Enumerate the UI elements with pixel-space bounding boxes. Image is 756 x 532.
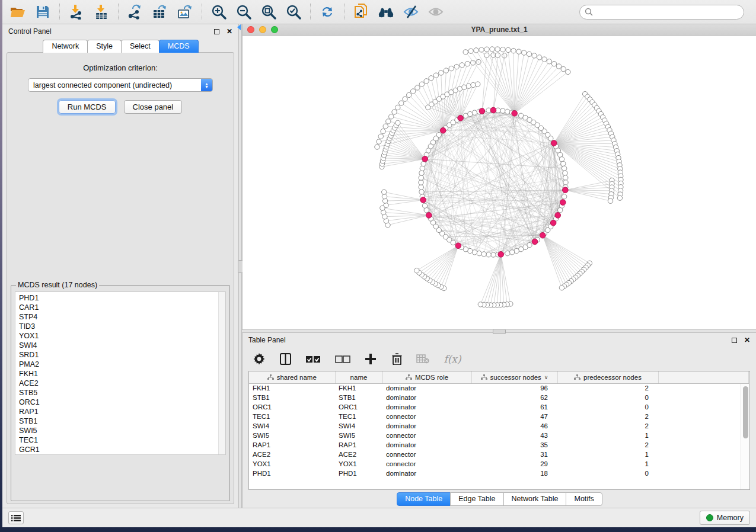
- tab-motifs[interactable]: Motifs: [566, 492, 602, 506]
- zoom-in-button[interactable]: [210, 4, 227, 20]
- horizontal-splitter[interactable]: [242, 329, 756, 333]
- mcds-result-item[interactable]: PHD1: [19, 293, 225, 303]
- close-panel-icon[interactable]: ✕: [227, 28, 232, 35]
- mcds-hub-node[interactable]: [426, 213, 432, 219]
- optimization-criterion-select[interactable]: largest connected component (undirected)…: [28, 78, 213, 92]
- window-minimize-button[interactable]: [259, 26, 266, 33]
- table-row[interactable]: SWI4SWI4dominator462: [249, 421, 748, 431]
- import-network-button[interactable]: [68, 4, 85, 20]
- mcds-hub-node[interactable]: [550, 220, 556, 226]
- add-row-button[interactable]: [363, 352, 378, 366]
- table-row[interactable]: ACE2ACE2connector311: [249, 450, 748, 459]
- mcds-hub-node[interactable]: [498, 252, 504, 258]
- float-panel-icon[interactable]: [214, 29, 219, 34]
- tab-style[interactable]: Style: [87, 40, 122, 53]
- mcds-list-scrollbar[interactable]: [218, 292, 225, 454]
- mcds-result-item[interactable]: TEC1: [19, 435, 225, 445]
- table-scrollbar-thumb[interactable]: [743, 386, 748, 438]
- table-row[interactable]: FKH1FKH1dominator962: [249, 383, 748, 393]
- mcds-hub-node[interactable]: [551, 140, 557, 146]
- tab-network[interactable]: Network: [43, 40, 88, 53]
- window-maximize-button[interactable]: [271, 26, 278, 33]
- zoom-selected-button[interactable]: [285, 4, 302, 20]
- save-session-button[interactable]: [34, 4, 51, 20]
- column-header-predecessor-nodes[interactable]: predecessor nodes: [557, 371, 658, 383]
- table-row[interactable]: RAP1RAP1dominator352: [249, 440, 748, 450]
- column-header-shared-name[interactable]: shared name: [249, 371, 335, 383]
- mcds-result-list[interactable]: PHD1CAR1STP4TID3YOX1SWI4SRD1PMA2FKH1ACE2…: [15, 291, 226, 455]
- export-image-button[interactable]: [177, 4, 193, 20]
- column-header-name[interactable]: name: [335, 371, 382, 383]
- mcds-result-item[interactable]: STB1: [19, 416, 225, 426]
- splitter-collapse-icon[interactable]: [237, 24, 241, 30]
- table-row[interactable]: SWI5SWI5connector431: [249, 431, 748, 440]
- mcds-result-item[interactable]: STB5: [19, 388, 225, 398]
- mcds-result-item[interactable]: SWI4: [19, 341, 225, 350]
- mcds-result-item[interactable]: GCR1: [19, 445, 225, 454]
- zoom-out-button[interactable]: [235, 4, 252, 20]
- mcds-result-item[interactable]: RAP1: [19, 407, 225, 416]
- deselect-all-button[interactable]: [334, 352, 352, 366]
- mcds-hub-node[interactable]: [555, 213, 561, 219]
- mcds-result-item[interactable]: TID3: [19, 322, 225, 331]
- mcds-hub-node[interactable]: [563, 187, 569, 193]
- mcds-hub-node[interactable]: [455, 243, 461, 249]
- mcds-hub-node[interactable]: [532, 239, 538, 245]
- select-all-button[interactable]: [304, 352, 322, 366]
- memory-button[interactable]: Memory: [700, 511, 750, 525]
- run-mcds-button[interactable]: Run MCDS: [59, 100, 116, 114]
- column-header-MCDS-role[interactable]: MCDS role: [382, 371, 471, 383]
- search-input[interactable]: [596, 6, 739, 18]
- tab-edge-table[interactable]: Edge Table: [450, 492, 503, 506]
- mcds-result-item[interactable]: FKH1: [19, 369, 225, 379]
- hide-selected-button[interactable]: [403, 4, 419, 20]
- network-window-titlebar[interactable]: YPA_prune.txt_1: [243, 24, 756, 36]
- table-row[interactable]: YOX1YOX1connector291: [249, 459, 748, 469]
- delete-rows-button[interactable]: [390, 352, 404, 366]
- mcds-result-item[interactable]: YOX1: [19, 331, 225, 341]
- mcds-result-item[interactable]: SWI5: [19, 426, 225, 435]
- float-panel-icon[interactable]: [732, 338, 737, 343]
- mcds-hub-node[interactable]: [479, 108, 485, 114]
- tab-network-table[interactable]: Network Table: [503, 492, 567, 506]
- mcds-result-item[interactable]: STP4: [19, 312, 225, 322]
- first-neighbors-button[interactable]: [378, 4, 394, 20]
- show-columns-button[interactable]: [278, 352, 292, 366]
- task-history-button[interactable]: [8, 511, 24, 524]
- import-table-button[interactable]: [93, 4, 110, 20]
- network-canvas[interactable]: [243, 36, 756, 329]
- delete-columns-button[interactable]: [416, 352, 430, 366]
- splitter-grab-handle[interactable]: [493, 329, 506, 334]
- apply-layout-button[interactable]: [319, 4, 336, 20]
- table-row[interactable]: ORC1ORC1dominator610: [249, 402, 748, 412]
- export-table-button[interactable]: [152, 4, 168, 20]
- mcds-result-item[interactable]: SRD1: [19, 350, 225, 360]
- tab-select[interactable]: Select: [121, 40, 160, 53]
- new-network-from-selection-button[interactable]: [353, 4, 369, 20]
- mcds-hub-node[interactable]: [512, 111, 518, 117]
- node-table[interactable]: shared namenameMCDS rolesuccessor nodes …: [249, 371, 749, 478]
- mcds-hub-node[interactable]: [560, 200, 566, 206]
- mcds-hub-node[interactable]: [540, 232, 546, 238]
- mcds-hub-node[interactable]: [422, 156, 428, 162]
- table-row[interactable]: STB1STB1dominator620: [249, 393, 748, 402]
- export-network-button[interactable]: [127, 4, 143, 20]
- close-panel-icon[interactable]: ✕: [744, 336, 750, 344]
- tab-mcds[interactable]: MCDS: [159, 40, 199, 53]
- open-file-button[interactable]: [9, 4, 26, 20]
- table-settings-button[interactable]: [252, 352, 266, 366]
- zoom-fit-button[interactable]: [260, 4, 277, 20]
- mcds-hub-node[interactable]: [440, 127, 446, 133]
- show-all-button[interactable]: [428, 4, 444, 20]
- mcds-result-item[interactable]: CAR1: [19, 303, 225, 312]
- mcds-result-item[interactable]: ORC1: [19, 398, 225, 407]
- network-search-field[interactable]: [579, 5, 744, 20]
- vertical-splitter[interactable]: [238, 24, 242, 508]
- table-row[interactable]: TEC1TEC1connector472: [249, 412, 748, 421]
- window-close-button[interactable]: [247, 26, 254, 33]
- mcds-hub-node[interactable]: [458, 115, 464, 121]
- mcds-hub-node[interactable]: [490, 107, 496, 113]
- close-panel-button[interactable]: Close panel: [124, 100, 183, 114]
- mcds-result-item[interactable]: PMA2: [19, 360, 225, 369]
- tab-node-table[interactable]: Node Table: [397, 492, 451, 506]
